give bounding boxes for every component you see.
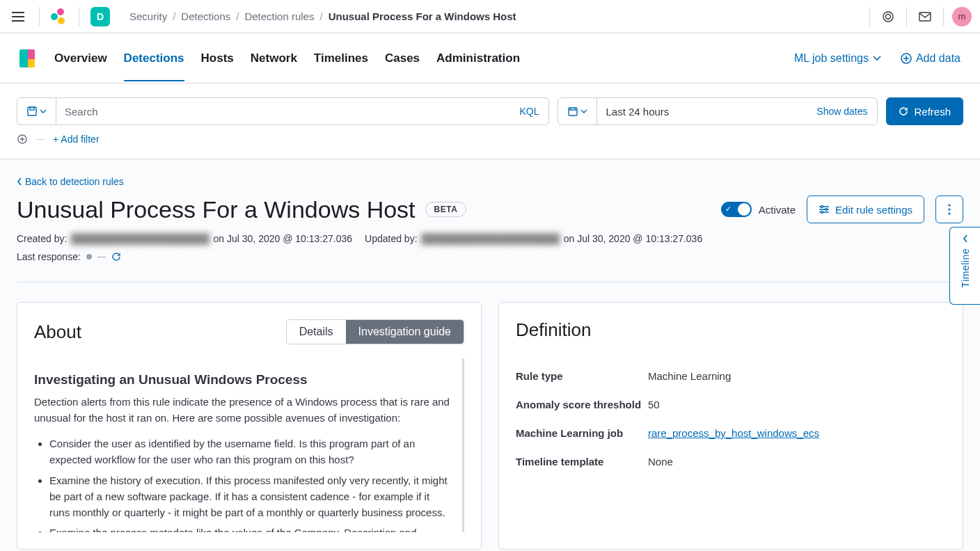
guide-intro: Detection alerts from this rule indicate… bbox=[34, 394, 452, 426]
guide-list: Consider the user as identified by the u… bbox=[34, 436, 452, 532]
header-left: D Security / Detections / Detection rule… bbox=[8, 7, 516, 26]
tab-details[interactable]: Details bbox=[287, 320, 346, 344]
date-quick-select[interactable] bbox=[558, 98, 597, 125]
tab-overview[interactable]: Overview bbox=[54, 36, 107, 81]
elastic-logo[interactable] bbox=[51, 8, 68, 25]
breadcrumb-item[interactable]: Detection rules bbox=[244, 10, 314, 22]
activate-label: Activate bbox=[759, 204, 796, 216]
calendar-icon bbox=[568, 106, 578, 116]
divider bbox=[17, 282, 963, 282]
page-title: Unusual Process For a Windows Host bbox=[17, 196, 416, 223]
beta-badge: BETA bbox=[425, 202, 467, 217]
about-title: About bbox=[34, 321, 81, 343]
svg-rect-6 bbox=[569, 108, 577, 115]
back-link-label: Back to detection rules bbox=[25, 176, 124, 187]
divider bbox=[943, 7, 944, 26]
tab-detections[interactable]: Detections bbox=[124, 36, 184, 81]
timeline-flyout-toggle[interactable]: Timeline bbox=[949, 227, 980, 305]
edit-rule-label: Edit rule settings bbox=[835, 204, 912, 216]
last-response: Last response: bbox=[17, 251, 963, 262]
svg-point-9 bbox=[825, 209, 828, 211]
rule-meta: Created by: ████████████████████ on Jul … bbox=[17, 233, 963, 244]
breadcrumb: Security / Detections / Detection rules … bbox=[129, 10, 516, 22]
title-row: Unusual Process For a Windows Host BETA … bbox=[17, 195, 963, 223]
tab-timelines[interactable]: Timelines bbox=[314, 36, 368, 81]
breadcrumb-sep: / bbox=[319, 10, 322, 22]
status-dot bbox=[86, 254, 92, 259]
user-avatar[interactable]: m bbox=[952, 7, 972, 26]
updated-on: on Jul 30, 2020 @ 10:13:27.036 bbox=[564, 233, 702, 244]
kql-toggle[interactable]: KQL bbox=[509, 98, 548, 125]
def-label: Timeline template bbox=[516, 456, 648, 468]
saved-query-button[interactable] bbox=[17, 98, 56, 125]
last-response-label: Last response: bbox=[17, 251, 81, 262]
activate-toggle[interactable]: ✓ bbox=[721, 202, 752, 217]
filter-icon[interactable] bbox=[17, 134, 28, 145]
updated-by-user: ████████████████████ bbox=[420, 233, 560, 244]
def-value: None bbox=[648, 456, 673, 468]
status-dash bbox=[97, 257, 106, 257]
date-range-label[interactable]: Last 24 hours bbox=[597, 98, 807, 125]
show-dates-link[interactable]: Show dates bbox=[807, 98, 877, 125]
def-row-timeline: Timeline template None bbox=[516, 447, 946, 476]
add-data-link[interactable]: Add data bbox=[901, 52, 961, 65]
back-link[interactable]: Back to detection rules bbox=[17, 176, 963, 187]
svg-point-12 bbox=[948, 208, 950, 210]
breadcrumb-sep: / bbox=[173, 10, 175, 22]
tab-hosts[interactable]: Hosts bbox=[201, 36, 234, 81]
app-actions: ML job settings Add data bbox=[794, 52, 961, 65]
refresh-button[interactable]: Refresh bbox=[886, 97, 963, 125]
menu-icon[interactable] bbox=[8, 7, 28, 26]
edit-rule-button[interactable]: Edit rule settings bbox=[807, 195, 924, 223]
ml-job-settings[interactable]: ML job settings bbox=[794, 52, 881, 65]
about-panel: About Details Investigation guide Invest… bbox=[17, 302, 482, 550]
guide-item: Examine the history of execution. If thi… bbox=[49, 472, 452, 521]
created-by: Created by: ████████████████████ on Jul … bbox=[17, 233, 352, 244]
guide-content[interactable]: Investigating an Unusual Windows Process… bbox=[34, 358, 464, 532]
check-icon: ✓ bbox=[725, 205, 732, 214]
app-nav: Overview Detections Hosts Network Timeli… bbox=[0, 33, 980, 83]
filter-divider bbox=[36, 139, 45, 140]
plus-circle-icon bbox=[901, 53, 912, 64]
tab-administration[interactable]: Administration bbox=[436, 36, 520, 81]
breadcrumb-current: Unusual Process For a Windows Host bbox=[329, 10, 516, 22]
def-value-link[interactable]: rare_process_by_host_windows_ecs bbox=[648, 427, 819, 439]
created-by-label: Created by: bbox=[17, 233, 67, 244]
divider bbox=[39, 7, 40, 26]
breadcrumb-item[interactable]: Detections bbox=[181, 10, 230, 22]
divider bbox=[869, 7, 870, 26]
guide-item: Consider the user as identified by the u… bbox=[49, 436, 452, 468]
refresh-icon[interactable] bbox=[111, 252, 121, 262]
switch-knob bbox=[738, 203, 750, 216]
query-bar: KQL Last 24 hours Show dates Refresh bbox=[0, 83, 980, 125]
chevron-left-icon bbox=[962, 234, 969, 243]
add-filter-link[interactable]: + Add filter bbox=[53, 134, 100, 145]
add-data-label: Add data bbox=[916, 52, 961, 65]
chevron-left-icon bbox=[17, 177, 22, 186]
space-selector[interactable]: D bbox=[90, 7, 110, 26]
def-value: 50 bbox=[648, 399, 660, 410]
rule-actions-menu[interactable] bbox=[935, 195, 963, 223]
chevron-down-icon bbox=[40, 109, 47, 113]
panels: About Details Investigation guide Invest… bbox=[17, 302, 963, 550]
chevron-down-icon bbox=[580, 109, 587, 113]
mail-icon[interactable] bbox=[915, 7, 935, 26]
tab-network[interactable]: Network bbox=[251, 36, 297, 81]
controls-icon bbox=[819, 205, 830, 214]
timeline-flyout-label: Timeline bbox=[960, 248, 971, 287]
svg-point-11 bbox=[948, 204, 950, 206]
updated-by-label: Updated by: bbox=[365, 233, 418, 244]
svg-point-8 bbox=[821, 206, 823, 208]
refresh-icon bbox=[899, 106, 908, 116]
definition-title: Definition bbox=[516, 319, 946, 341]
updated-by: Updated by: ████████████████████ on Jul … bbox=[365, 233, 702, 244]
newsfeed-icon[interactable] bbox=[878, 7, 898, 26]
filter-bar: + Add filter bbox=[0, 125, 980, 159]
tab-cases[interactable]: Cases bbox=[385, 36, 420, 81]
svg-point-1 bbox=[886, 14, 891, 19]
svg-rect-4 bbox=[28, 107, 36, 115]
tab-investigation-guide[interactable]: Investigation guide bbox=[346, 320, 464, 344]
def-row-anomaly: Anomaly score threshold 50 bbox=[516, 390, 946, 419]
search-input[interactable] bbox=[56, 98, 509, 125]
breadcrumb-item[interactable]: Security bbox=[129, 10, 167, 22]
